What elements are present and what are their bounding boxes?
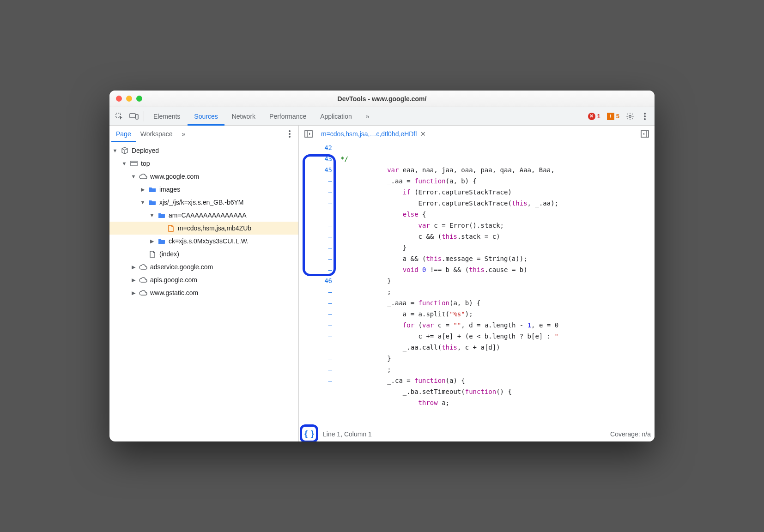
svg-point-3 [629, 115, 631, 117]
error-badge[interactable]: ✕ 1 [585, 113, 603, 120]
tree-label: images [159, 186, 180, 193]
device-toggle-icon[interactable] [127, 109, 141, 123]
navigator-kebab-icon[interactable] [283, 127, 297, 141]
content-area: Page Workspace » ▼Deployed ▼top ▼www.goo… [109, 126, 655, 441]
tree-label: www.google.com [150, 173, 199, 180]
svg-rect-12 [305, 131, 312, 137]
window-title: DevTools - www.google.com/ [109, 95, 655, 103]
status-bar: { } Line 1, Column 1 Coverage: n/a [299, 426, 655, 441]
tree-adservice[interactable]: ▶adservice.google.com [109, 260, 298, 273]
separator [144, 111, 144, 121]
main-toolbar: Elements Sources Network Performance App… [109, 107, 655, 126]
navigator-tabs: Page Workspace » [109, 126, 298, 142]
warning-icon: ! [607, 113, 614, 120]
error-icon: ✕ [588, 113, 595, 120]
tree-am[interactable]: ▼am=CAAAAAAAAAAAAAA [109, 209, 298, 222]
tree-label: (index) [159, 250, 179, 258]
line-gutter[interactable]: 424345–––––––––46––––––––– [299, 142, 339, 426]
tree-index[interactable]: (index) [109, 248, 298, 260]
svg-rect-2 [136, 115, 138, 119]
cloud-icon [139, 276, 147, 284]
folder-icon [148, 185, 157, 193]
tab-sources[interactable]: Sources [188, 107, 224, 126]
svg-rect-1 [130, 114, 135, 118]
tree-label: top [141, 160, 150, 167]
editor-pane: m=cdos,hsm,jsa,…c,dtl0hd,eHDfl ✕ 424345–… [299, 126, 655, 441]
kebab-menu-icon[interactable] [638, 109, 652, 123]
folder-icon [158, 237, 166, 245]
tab-application[interactable]: Application [314, 107, 358, 126]
tree-gstatic[interactable]: ▶www.gstatic.com [109, 286, 298, 299]
tree-label: xjs/_/js/k=xjs.s.en_GB.-b6YM [159, 199, 243, 206]
code-editor[interactable]: 424345–––––––––46––––––––– */ var eaa, n… [299, 142, 655, 426]
coverage-status: Coverage: n/a [610, 430, 651, 438]
window-icon [130, 159, 138, 168]
tree-label: am=CAAAAAAAAAAAAAA [169, 212, 246, 219]
svg-point-8 [289, 133, 291, 135]
cube-icon [121, 146, 129, 155]
svg-rect-10 [131, 161, 137, 166]
svg-point-9 [289, 136, 291, 138]
tree-images[interactable]: ▶images [109, 183, 298, 196]
file-icon [148, 250, 157, 258]
tree-ck[interactable]: ▶ck=xjs.s.0Mx5ys3sCUI.L.W. [109, 235, 298, 248]
tree-xjs[interactable]: ▼xjs/_/js/k=xjs.s.en_GB.-b6YM [109, 196, 298, 209]
navigator-pane: Page Workspace » ▼Deployed ▼top ▼www.goo… [109, 126, 299, 441]
svg-point-6 [644, 118, 646, 120]
tree-label: apis.google.com [150, 276, 197, 284]
warning-badge[interactable]: ! 5 [604, 113, 622, 120]
svg-rect-14 [641, 131, 649, 137]
tree-top[interactable]: ▼top [109, 157, 298, 170]
tree-label: ck=xjs.s.0Mx5ys3sCUI.L.W. [169, 237, 249, 245]
tab-elements[interactable]: Elements [147, 107, 187, 126]
error-count: 1 [597, 113, 600, 120]
cloud-icon [139, 172, 147, 181]
warning-count: 5 [616, 113, 619, 120]
tree-label: www.gstatic.com [150, 289, 198, 296]
close-tab-icon[interactable]: ✕ [420, 130, 426, 138]
subtab-page[interactable]: Page [111, 126, 136, 142]
subtab-workspace[interactable]: Workspace [136, 126, 177, 142]
toggle-navigator-icon[interactable] [302, 127, 315, 141]
file-icon [167, 224, 175, 232]
tree-label: m=cdos,hsm,jsa,mb4ZUb [178, 224, 251, 232]
svg-point-7 [289, 130, 291, 132]
file-tree: ▼Deployed ▼top ▼www.google.com ▶images ▼… [109, 142, 298, 441]
tree-label: adservice.google.com [150, 263, 213, 271]
svg-point-4 [644, 113, 646, 115]
tab-performance[interactable]: Performance [263, 107, 313, 126]
tree-label: Deployed [132, 147, 159, 154]
toggle-debugger-icon[interactable] [638, 127, 652, 141]
inspect-icon[interactable] [112, 109, 126, 123]
svg-point-5 [644, 115, 646, 117]
tree-selected-file[interactable]: m=cdos,hsm,jsa,mb4ZUb [109, 222, 298, 235]
file-tab-active[interactable]: m=cdos,hsm,jsa,…c,dtl0hd,eHDfl ✕ [317, 130, 430, 138]
folder-icon [148, 198, 157, 206]
devtools-window: DevTools - www.google.com/ Elements Sour… [109, 91, 655, 441]
cloud-icon [139, 289, 147, 297]
tree-apis[interactable]: ▶apis.google.com [109, 273, 298, 286]
settings-icon[interactable] [623, 109, 637, 123]
cloud-icon [139, 263, 147, 271]
cursor-position: Line 1, Column 1 [323, 430, 372, 438]
pretty-print-button[interactable]: { } [303, 428, 316, 440]
file-tab-name: m=cdos,hsm,jsa,…c,dtl0hd,eHDfl [321, 130, 417, 138]
subtab-more[interactable]: » [177, 126, 190, 142]
code-content[interactable]: */ var eaa, naa, jaa, oaa, paa, qaa, Aaa… [339, 142, 655, 426]
file-tabs: m=cdos,hsm,jsa,…c,dtl0hd,eHDfl ✕ [299, 126, 655, 142]
titlebar: DevTools - www.google.com/ [109, 91, 655, 107]
tab-network[interactable]: Network [225, 107, 262, 126]
folder-icon [158, 211, 166, 219]
tab-more[interactable]: » [359, 107, 376, 126]
tree-deployed[interactable]: ▼Deployed [109, 144, 298, 157]
tree-google[interactable]: ▼www.google.com [109, 170, 298, 183]
